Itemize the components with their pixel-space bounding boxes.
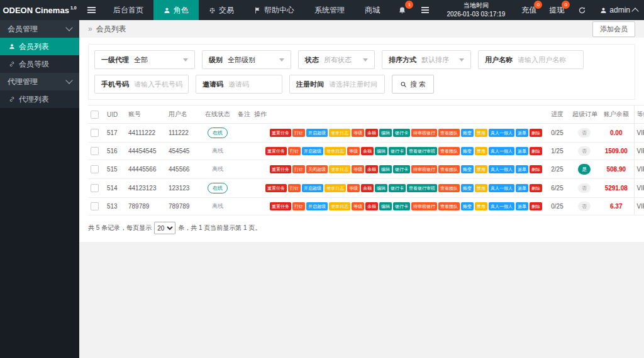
action-button[interactable]: 删除 [530,165,542,174]
action-button[interactable]: 删除 [530,129,542,138]
action-button[interactable]: 真人一假人 [489,184,514,193]
action-button[interactable]: 登录日志 [329,202,350,211]
action-button[interactable]: 禁用 [475,165,487,174]
action-button[interactable]: 禁用 [475,147,487,156]
action-button[interactable]: 查看团队 [438,165,460,174]
phone-input[interactable] [134,80,188,88]
action-button[interactable]: 账变 [461,147,474,156]
action-button[interactable]: 查看团队 [438,129,460,138]
row-checkbox[interactable] [91,202,99,210]
action-button[interactable]: 真人一假人 [489,129,514,138]
menu-toggle-icon[interactable] [79,0,103,20]
action-button[interactable]: 等级 [347,147,360,156]
action-button[interactable]: 重置任务 [270,165,291,174]
action-button[interactable]: 登录日志 [325,184,346,193]
action-button[interactable]: 余额 [361,147,374,156]
action-button[interactable]: 打针 [292,202,305,211]
action-button[interactable]: 打针 [288,147,301,156]
action-button[interactable]: 打针 [292,165,305,174]
action-button[interactable]: 关闭超级 [306,165,328,174]
action-button[interactable]: 登录日志 [329,129,350,138]
action-button[interactable]: 查看团队 [438,202,460,211]
action-button[interactable]: 开启超级 [302,147,323,156]
nav-item-help[interactable]: 帮助中心 [244,0,304,20]
action-button[interactable]: 重置任务 [270,202,291,211]
row-checkbox[interactable] [91,184,99,192]
action-button[interactable]: 银行卡 [393,202,410,211]
sidebar-group-agent-mgmt[interactable]: 代理管理 [0,73,79,90]
action-button[interactable]: 开启超级 [302,184,323,193]
action-button[interactable]: 等级 [347,184,360,193]
action-button[interactable]: 账变 [461,184,474,193]
action-button[interactable]: 编辑 [379,165,392,174]
search-button[interactable]: 搜 索 [392,75,434,94]
filter-agent-select[interactable]: 一级代理 全部 [94,50,195,69]
refresh-button[interactable] [570,0,594,20]
recharge-button[interactable]: 充值 0 [515,0,543,20]
action-button[interactable]: 余额 [365,129,378,138]
row-checkbox[interactable] [91,147,99,155]
nav-item-system[interactable]: 系统管理 [304,0,355,20]
action-button[interactable]: 查看银行审核 [407,147,437,156]
action-button[interactable]: 银行卡 [393,129,410,138]
action-button[interactable]: 重置任务 [265,147,287,156]
action-button[interactable]: 禁用 [475,202,487,211]
action-button[interactable]: 账变 [461,129,474,138]
filter-status-select[interactable]: 状态 所有状态 [298,50,375,69]
action-button[interactable]: 真人一假人 [489,202,514,211]
action-button[interactable]: 登录日志 [329,165,350,174]
action-button[interactable]: 待审核银行 [411,202,437,211]
sidebar-item-agent-list[interactable]: 代理列表 [0,90,79,108]
action-button[interactable]: 查看银行审核 [407,184,437,193]
action-button[interactable]: 开启超级 [306,129,328,138]
add-member-button[interactable]: 添加会员 [592,21,635,37]
nav-item-mall[interactable]: 商城 [355,0,390,20]
action-button[interactable]: 待审核银行 [411,129,437,138]
nav-item-trade[interactable]: 交易 [199,0,244,20]
action-button[interactable]: 编辑 [379,129,392,138]
action-button[interactable]: 派单 [516,184,528,193]
sidebar-group-member-mgmt[interactable]: 会员管理 [0,20,79,38]
admin-user-menu[interactable]: admin [594,0,644,20]
withdraw-button[interactable]: 提现 0 [543,0,570,20]
action-button[interactable]: 等级 [352,165,364,174]
action-button[interactable]: 余额 [361,184,374,193]
nav-item-roles[interactable]: 角色 [153,0,199,20]
row-checkbox[interactable] [91,165,99,173]
action-button[interactable]: 编辑 [375,147,387,156]
action-button[interactable]: 待审核银行 [411,165,437,174]
action-button[interactable]: 银行卡 [393,165,410,174]
action-button[interactable]: 查看团队 [438,184,460,193]
action-button[interactable]: 账变 [461,202,474,211]
action-button[interactable]: 打针 [288,184,301,193]
select-all-checkbox[interactable] [91,111,99,119]
action-button[interactable]: 编辑 [379,202,392,211]
action-button[interactable]: 查看团队 [438,147,460,156]
notification-bell-button[interactable]: 1 [391,0,414,20]
action-button[interactable]: 删除 [530,202,542,211]
action-button[interactable]: 派单 [516,165,528,174]
action-button[interactable]: 删除 [530,147,542,156]
action-button[interactable]: 编辑 [375,184,387,193]
action-button[interactable]: 登录日志 [325,147,346,156]
action-button[interactable]: 禁用 [475,184,487,193]
invite-code-input[interactable] [228,80,282,88]
action-button[interactable]: 派单 [516,202,528,211]
sidebar-item-member-level[interactable]: 会员等级 [0,55,79,73]
username-input[interactable] [518,56,583,63]
action-button[interactable]: 派单 [516,129,528,138]
nav-item-home[interactable]: 后台首页 [103,0,153,20]
action-button[interactable]: 重置任务 [265,184,287,193]
action-button[interactable]: 等级 [352,129,364,138]
page-size-select[interactable]: 20 [154,222,175,234]
action-button[interactable]: 打针 [292,129,305,138]
row-checkbox[interactable] [91,129,99,137]
register-time-input[interactable] [329,80,384,88]
action-button[interactable]: 余额 [365,165,378,174]
action-button[interactable]: 开启超级 [306,202,328,211]
action-button[interactable]: 禁用 [475,129,487,138]
action-button[interactable]: 重置任务 [270,129,291,138]
list-icon[interactable] [414,0,436,20]
action-button[interactable]: 账变 [461,165,474,174]
action-button[interactable]: 删除 [530,184,542,193]
